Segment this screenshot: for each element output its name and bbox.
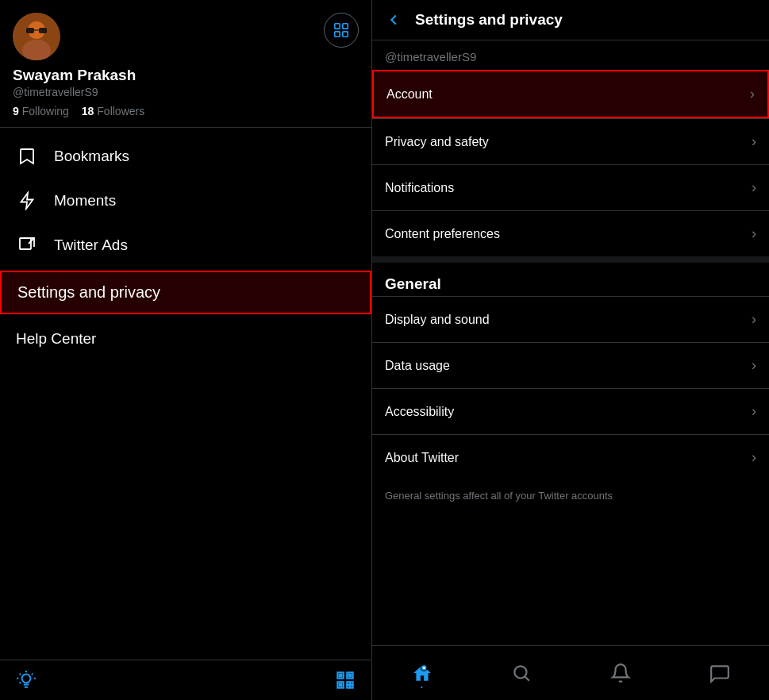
settings-item-account[interactable]: Account › [372, 70, 769, 118]
nav-search[interactable] [502, 654, 540, 692]
sidebar-item-twitter-ads[interactable]: Twitter Ads [0, 223, 371, 267]
settings-item-label: Privacy and safety [385, 135, 489, 149]
svg-rect-13 [339, 674, 341, 676]
nav-items: Bookmarks Moments Twitter Ads [0, 128, 371, 660]
back-button[interactable] [385, 11, 402, 29]
chevron-right-icon: › [752, 133, 756, 150]
svg-rect-21 [351, 686, 353, 688]
sidebar-item-settings-and-privacy[interactable]: Settings and privacy [0, 271, 371, 314]
avatar [13, 13, 60, 60]
followers-label: Followers [97, 105, 144, 117]
svg-rect-9 [335, 32, 340, 37]
lightbulb-icon[interactable] [16, 670, 37, 690]
account-handle: @timetravellerS9 [372, 40, 769, 70]
followers-count: 18 [82, 105, 94, 117]
bottom-bar-left [0, 660, 371, 700]
settings-item-about-twitter[interactable]: About Twitter › [372, 434, 769, 480]
qr-code-icon[interactable] [335, 670, 356, 690]
profile-icon-button[interactable] [324, 13, 359, 48]
svg-point-24 [514, 666, 526, 678]
svg-rect-8 [343, 32, 348, 37]
sidebar-item-moments[interactable]: Moments [0, 179, 371, 223]
chevron-right-icon: › [752, 357, 756, 374]
svg-rect-15 [348, 674, 351, 676]
svg-rect-6 [335, 24, 340, 29]
svg-point-23 [422, 667, 425, 669]
chevron-right-icon: › [752, 311, 756, 328]
profile-handle: @timetravellerS9 [13, 86, 359, 98]
settings-item-privacy-and-safety[interactable]: Privacy and safety › [372, 118, 769, 164]
svg-rect-3 [26, 28, 34, 33]
external-link-icon [16, 236, 38, 255]
sidebar-item-label: Bookmarks [54, 148, 129, 165]
nav-messages[interactable] [701, 654, 739, 692]
settings-item-display-and-sound[interactable]: Display and sound › [372, 296, 769, 342]
svg-rect-17 [339, 683, 341, 686]
settings-item-label: Accessibility [385, 405, 454, 419]
chevron-right-icon: › [752, 403, 756, 420]
section-separator [372, 256, 769, 263]
sidebar-item-label: Settings and privacy [17, 283, 160, 302]
sidebar-item-label: Moments [54, 192, 116, 210]
chevron-right-icon: › [752, 179, 756, 196]
settings-item-label: Display and sound [385, 313, 490, 327]
svg-rect-7 [343, 24, 348, 29]
svg-rect-4 [39, 28, 47, 33]
following-label: Following [22, 105, 69, 117]
footer-note: General settings affect all of your Twit… [372, 480, 769, 511]
right-content: @timetravellerS9 Account › Privacy and s… [372, 40, 769, 645]
nav-notifications[interactable] [602, 654, 640, 692]
svg-rect-20 [347, 686, 349, 688]
sidebar-item-label: Twitter Ads [54, 237, 128, 254]
right-header: Settings and privacy [372, 0, 769, 40]
right-panel: Settings and privacy @timetravellerS9 Ac… [372, 0, 769, 700]
settings-item-accessibility[interactable]: Accessibility › [372, 388, 769, 434]
chevron-right-icon: › [752, 449, 756, 466]
settings-item-content-preferences[interactable]: Content preferences › [372, 210, 769, 256]
chevron-right-icon: › [752, 225, 756, 242]
follow-stats: 9 Following 18 Followers [13, 105, 359, 117]
settings-item-label: Content preferences [385, 227, 500, 241]
svg-rect-19 [351, 682, 353, 684]
nav-home[interactable] [403, 654, 441, 692]
settings-item-notifications[interactable]: Notifications › [372, 164, 769, 210]
profile-name: Swayam Prakash [13, 67, 359, 84]
following-count: 9 [13, 105, 19, 117]
sidebar-item-label: Help Center [16, 330, 96, 348]
settings-title: Settings and privacy [415, 11, 563, 29]
settings-item-label: Data usage [385, 359, 450, 373]
bottom-nav-bar [372, 645, 769, 700]
svg-rect-18 [347, 682, 349, 684]
settings-item-label: Notifications [385, 181, 454, 195]
settings-item-data-usage[interactable]: Data usage › [372, 342, 769, 388]
bolt-icon [16, 191, 38, 210]
sidebar-item-help-center[interactable]: Help Center [0, 317, 371, 360]
chevron-right-icon: › [750, 86, 755, 102]
left-panel: Swayam Prakash @timetravellerS9 9 Follow… [0, 0, 372, 700]
svg-point-11 [22, 674, 31, 683]
profile-section: Swayam Prakash @timetravellerS9 9 Follow… [0, 0, 371, 128]
general-section-header: General [372, 263, 769, 296]
bookmark-icon [16, 147, 38, 166]
settings-item-label: Account [386, 87, 433, 102]
sidebar-item-bookmarks[interactable]: Bookmarks [0, 134, 371, 179]
settings-item-label: About Twitter [385, 451, 459, 465]
